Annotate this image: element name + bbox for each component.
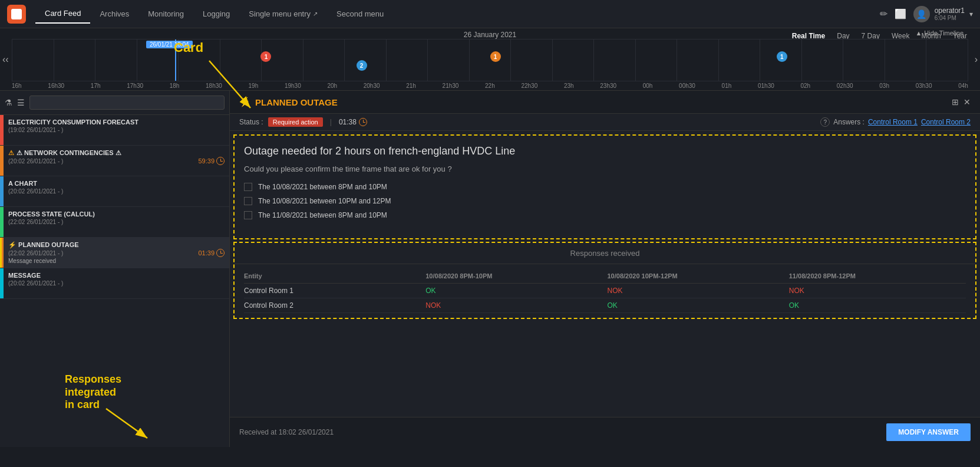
close-btn[interactable]: ✕ [963,97,971,107]
table-header-row: Entity 10/08/2020 8PM-10PM 10/08/2020 10… [244,269,966,284]
timeline-next[interactable]: › [975,54,978,65]
card-header: ⚡ PLANNED OUTAGE ⊞ ✕ [230,91,980,114]
nav-items: Card Feed Archives Monitoring Logging Si… [35,4,880,24]
bolt-icon: ⚡ [239,97,250,107]
user-info: 👤 operator1 6:04 PM ▾ [913,6,973,22]
card-time: (19:02 26/01/2021 - ) [8,127,225,133]
app-logo [7,5,26,24]
list-item[interactable]: PROCESS STATE (CALCUL) (22:02 26/01/2021… [0,207,229,238]
timeline-prev[interactable]: ‹‹ [2,54,9,65]
card-header-title: ⚡ PLANNED OUTAGE [239,97,338,107]
list-item[interactable]: ⚠ ⚠ NETWORK CONTINGENCIES ⚠ (20:02 26/01… [0,146,229,176]
nav-archives[interactable]: Archives [90,5,138,23]
card-title: ELECTRICITY CONSUMPTION FORECAST [8,119,225,126]
card-footer: Received at 18:02 26/01/2021 MODIFY ANSW… [230,417,980,447]
checkbox-box-1[interactable] [244,183,252,191]
clock-icon [216,157,225,165]
card-time: (20:02 26/01/2021 - ) [8,188,225,195]
card-timer-2: 01:39 [198,249,229,257]
top-nav: Card Feed Archives Monitoring Logging Si… [0,0,980,28]
annotation-responses-dashed: Responses received Entity 10/08/2020 8PM… [233,242,976,319]
filter-icon[interactable]: ⚗ [5,98,12,107]
table-row: Control Room 1 OK NOK NOK [244,284,966,298]
nav-monitoring[interactable]: Monitoring [138,5,193,23]
app-logo-inner [11,9,22,19]
card-title: ⚠ ⚠ NETWORK CONTINGENCIES ⚠ [8,149,193,157]
card-title: PROCESS STATE (CALCUL) [8,211,225,218]
list-item[interactable]: ELECTRICITY CONSUMPTION FORECAST (19:02 … [0,115,229,146]
card-title: ⚡ PLANNED OUTAGE [8,241,193,249]
info-icon: ? [820,117,830,127]
card-main-title: Outage needed for 2 hours on french-engl… [244,145,966,157]
card-question: Could you please confirm the time frame … [244,165,966,173]
timeline-area: 26 January 2021 Real Time Day 7 Day Week… [0,28,980,91]
card-timer: 59:39 [198,157,229,165]
main-content: ⚗ ☰ ELECTRICITY CONSUMPTION FORECAST (19… [0,91,980,447]
list-item-selected[interactable]: ⚡ PLANNED OUTAGE (22:02 26/01/2021 - ) M… [0,238,229,268]
left-panel: ⚗ ☰ ELECTRICITY CONSUMPTION FORECAST (19… [0,91,230,447]
hide-timeline-btn[interactable]: ▲Hide Timeline [915,29,963,37]
spacer [230,321,980,417]
card-time: (22:02 26/01/2021 - ) [8,250,193,256]
clock-icon-2 [216,249,225,257]
responses-section: Responses received Entity 10/08/2020 8PM… [235,243,975,318]
user-name: operator1 [935,6,965,15]
nav-logging[interactable]: Logging [193,5,239,23]
bubble-orange-1[interactable]: 1 [490,51,501,62]
status-left: Status : Required action | 01:38 [239,117,367,127]
card-body: PROCESS STATE (CALCUL) (22:02 26/01/2021… [4,207,229,237]
card-time: (20:02 26/01/2021 - ) [8,158,193,165]
responses-table: Entity 10/08/2020 8PM-10PM 10/08/2020 10… [235,264,975,318]
responses-header: Responses received [235,243,975,264]
answer-link-2[interactable]: Control Room 2 [921,118,971,126]
checkbox-box-2[interactable] [244,197,252,205]
search-input[interactable] [29,96,225,110]
bubble-blue-2[interactable]: 2 [357,60,367,71]
table-row: Control Room 2 NOK OK OK [244,298,966,313]
warn-icon: ⚠ [8,149,14,157]
user-time: 6:04 PM [935,15,965,21]
edit-icon[interactable]: ✏ [880,8,887,19]
status-timer: 01:38 [339,118,367,126]
card-body: ELECTRICITY CONSUMPTION FORECAST (19:02 … [4,115,229,145]
card-list: ELECTRICITY CONSUMPTION FORECAST (19:02 … [0,115,229,447]
card-body: A CHART (20:02 26/01/2021 - ) [4,176,229,206]
card-message: Message received [8,258,193,264]
status-badge: Required action [268,117,323,127]
annotation-top-dashed: Outage needed for 2 hours on french-engl… [233,134,976,239]
card-body: MESSAGE (20:02 26/01/2021 - ) [4,268,229,298]
nav-card-feed[interactable]: Card Feed [35,4,90,24]
status-right: ? Answers : Control Room 1 Control Room … [820,117,971,127]
card-title: MESSAGE [8,272,225,279]
nav-single-menu[interactable]: Single menu entry ↗ [239,5,327,23]
user-dropdown-icon[interactable]: ▾ [969,10,973,18]
checkbox-box-3[interactable] [244,211,252,219]
user-details: operator1 6:04 PM [935,6,965,21]
card-title: A CHART [8,180,225,187]
checkbox-group: The 10/08/2021 between 8PM and 10PM The … [244,183,966,219]
status-clock-icon [359,118,367,126]
external-link-icon: ↗ [313,11,318,17]
nav-right: ✏ ⬜ 👤 operator1 6:04 PM ▾ [880,6,973,22]
expand-btn[interactable]: ⊞ [952,97,959,107]
right-panel: ⚡ PLANNED OUTAGE ⊞ ✕ Status : Required a… [230,91,980,447]
checkbox-option-3[interactable]: The 11/08/2021 between 8PM and 10PM [244,211,966,219]
list-item[interactable]: MESSAGE (20:02 26/01/2021 - ) [0,268,229,299]
card-time: (20:02 26/01/2021 - ) [8,280,225,287]
checkbox-option-1[interactable]: The 10/08/2021 between 8PM and 10PM [244,183,966,191]
window-icon[interactable]: ⬜ [895,8,906,19]
bubble-blue-1[interactable]: 1 [777,51,787,62]
card-body: ⚡ PLANNED OUTAGE (22:02 26/01/2021 - ) M… [4,238,198,268]
received-at: Received at 18:02 26/01/2021 [239,428,334,436]
timeline-date: 26 January 2021 [464,31,516,39]
modify-answer-button[interactable]: MODIFY ANSWER [886,423,971,441]
user-avatar: 👤 [913,6,930,22]
answer-link-1[interactable]: Control Room 1 [868,118,918,126]
timeline-labels: 16h 16h30 17h 17h30 18h 18h30 19h 19h30 … [0,81,980,90]
sort-icon[interactable]: ☰ [17,98,25,107]
nav-second-menu[interactable]: Second menu [327,5,393,23]
list-item[interactable]: A CHART (20:02 26/01/2021 - ) [0,176,229,207]
checkbox-option-2[interactable]: The 10/08/2021 between 10PM and 12PM [244,197,966,205]
left-toolbar: ⚗ ☰ [0,91,229,115]
card-status-bar: Status : Required action | 01:38 ? Answe… [230,114,980,131]
